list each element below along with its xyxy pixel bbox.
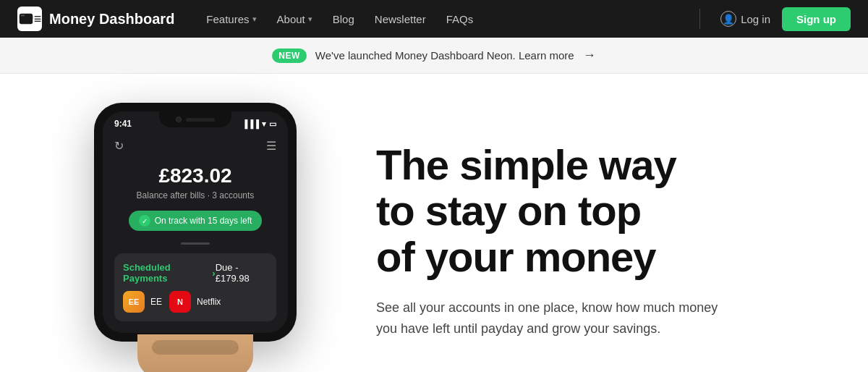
filter-icon: ☰ (266, 139, 276, 153)
nav-newsletter[interactable]: Newsletter (366, 9, 435, 30)
phone-mockup: 9:41 ▐▐▐ ▾ ▭ ↻ ☰ £823.02 Balance after b… (58, 103, 333, 372)
phone-track-badge: ✓ On track with 15 days left (129, 211, 263, 231)
nav-features[interactable]: Features ▾ (197, 9, 265, 30)
announcement-text: We've launched Money Dashboard Neon. Lea… (315, 49, 574, 62)
wifi-icon: ▾ (262, 119, 266, 129)
battery-icon: ▭ (269, 119, 276, 129)
svg-text:≡: ≡ (20, 16, 24, 25)
signal-bars-icon: ▐▐▐ (242, 119, 259, 128)
phone-screen: 9:41 ▐▐▐ ▾ ▭ ↻ ☰ £823.02 Balance after b… (103, 111, 288, 333)
chevron-down-icon: ▾ (308, 14, 312, 24)
phone-content: ↻ ☰ £823.02 Balance after bills · 3 acco… (103, 132, 288, 333)
phone-balance: £823.02 (114, 164, 276, 187)
hero-subtext: See all your accounts in one place, know… (376, 297, 723, 339)
payment-name-netflix: Netflix (197, 297, 221, 307)
phone-toolbar: ↻ ☰ (114, 139, 276, 153)
nav-faqs[interactable]: FAQs (438, 9, 482, 30)
payment-item-netflix: N Netflix (169, 291, 221, 313)
phone-device: 9:41 ▐▐▐ ▾ ▭ ↻ ☰ £823.02 Balance after b… (94, 103, 297, 342)
hero-section: 9:41 ▐▐▐ ▾ ▭ ↻ ☰ £823.02 Balance after b… (0, 74, 868, 372)
phone-camera (176, 117, 182, 122)
login-link[interactable]: 👤 Log in (720, 11, 770, 27)
signal-icons: ▐▐▐ ▾ ▭ (242, 119, 276, 129)
nav-right: 👤 Log in Sign up (691, 7, 851, 31)
account-icon: 👤 (720, 11, 736, 27)
phone-time: 9:41 (114, 119, 132, 129)
brand-name: Money Dashboard (49, 11, 174, 28)
nav-blog[interactable]: Blog (324, 9, 363, 30)
phone-section-header: Scheduled Payments › Due -£179.98 (123, 262, 268, 284)
chevron-down-icon: ▾ (252, 14, 257, 24)
phone-hand-visual (58, 334, 333, 372)
phone-notch (159, 111, 231, 127)
announcement-bar: NEW We've launched Money Dashboard Neon.… (0, 38, 868, 74)
refresh-icon: ↻ (114, 139, 124, 153)
nav-divider (699, 9, 700, 29)
new-badge: NEW (272, 48, 307, 63)
logo-icon: ≡ ≡ (17, 7, 42, 31)
hero-text: The simple way to stay on top of your mo… (362, 142, 810, 339)
netflix-logo: N (169, 291, 191, 313)
phone-speaker (186, 118, 215, 122)
logo-link[interactable]: ≡ ≡ Money Dashboard (17, 7, 174, 31)
payment-item-ee: EE EE (123, 291, 162, 313)
phone-payment-list: EE EE N Netflix (123, 291, 268, 313)
navbar: ≡ ≡ Money Dashboard Features ▾ About ▾ B… (0, 0, 868, 38)
ee-logo: EE (123, 291, 145, 313)
phone-section-title: Scheduled Payments › (123, 262, 216, 284)
announcement-arrow-link[interactable]: → (583, 48, 596, 63)
phone-scroll-indicator (181, 242, 210, 245)
phone-section-amount: Due -£179.98 (216, 262, 268, 284)
check-circle-icon: ✓ (139, 215, 150, 227)
hero-heading: The simple way to stay on top of your mo… (376, 142, 810, 280)
phone-balance-subtitle: Balance after bills · 3 accounts (114, 190, 276, 200)
phone-payments-section: Scheduled Payments › Due -£179.98 EE EE (114, 253, 276, 321)
payment-name-ee: EE (150, 297, 162, 307)
nav-about[interactable]: About ▾ (268, 9, 321, 30)
signup-button[interactable]: Sign up (782, 7, 851, 31)
nav-links: Features ▾ About ▾ Blog Newsletter FAQs (197, 9, 685, 30)
